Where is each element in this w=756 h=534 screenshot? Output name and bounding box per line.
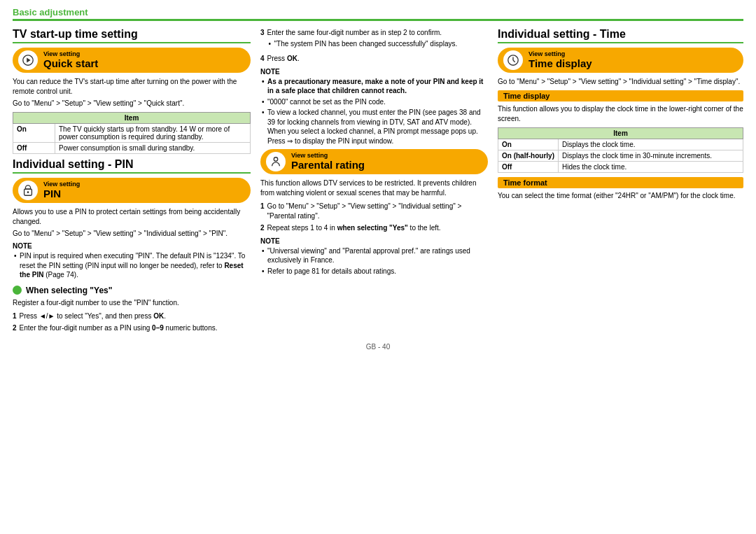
list-item: "0000" cannot be set as the PIN code.: [260, 97, 488, 107]
table-cell-off-label: Off: [498, 162, 559, 173]
table-quickstart-header: Item: [13, 113, 251, 124]
view-setting-bar-parental: View setting Parental rating: [260, 149, 488, 174]
sub-section-time-format: Time format: [498, 177, 743, 188]
svg-line-7: [513, 60, 515, 62]
green-dot-icon: [13, 286, 22, 295]
note-block-pin: NOTE PIN input is required when executin…: [13, 242, 251, 280]
view-setting-text-pin: View setting PIN: [43, 181, 80, 200]
list-item: 2 Repeat steps 1 to 4 in when selecting …: [260, 223, 488, 233]
list-item: 1 Press ◄/► to select "Yes", and then pr…: [13, 311, 251, 321]
note-list-parental: "Universal viewing" and "Parental approv…: [260, 246, 488, 276]
note-list-pin: PIN input is required when executing "PI…: [13, 251, 251, 280]
view-setting-text-quickstart: View setting Quick start: [43, 51, 98, 70]
top-bar: Basic adjustment: [13, 7, 743, 21]
table-time-display: Item On Displays the clock time. On (hal…: [498, 127, 743, 173]
table-cell-off-label: Off: [13, 143, 55, 154]
table-cell-on-label: On: [498, 139, 559, 150]
svg-marker-1: [27, 57, 30, 62]
numbered-list-parental: 1 Go to "Menu" > "Setup" > "View setting…: [260, 202, 488, 233]
list-item: 3 Enter the same four-digit number as in…: [260, 28, 488, 51]
list-item: 4 Press OK.: [260, 54, 488, 64]
time-display-icon: [503, 50, 523, 70]
table-cell-on-desc: Displays the clock time.: [559, 139, 743, 150]
quickstart-icon: [18, 50, 38, 70]
table-row: On Displays the clock time.: [498, 139, 743, 150]
svg-point-3: [27, 191, 29, 193]
view-setting-bar-pin: View setting PIN: [13, 178, 251, 203]
list-item: PIN input is required when executing "PI…: [13, 251, 251, 280]
when-selecting: When selecting "Yes": [13, 286, 251, 295]
table-row: On The TV quickly starts up from standby…: [13, 124, 251, 143]
col-mid: 3 Enter the same four-digit number as in…: [260, 28, 488, 336]
col-left: TV start-up time setting View setting Qu…: [13, 28, 251, 336]
page-number: GB - 40: [13, 343, 743, 351]
body-text-pin-register: Register a four-digit number to use the …: [13, 298, 251, 308]
body-text-time-format: You can select the time format (either "…: [498, 191, 743, 201]
sub-note-list: "The system PIN has been changed success…: [267, 39, 458, 49]
numbered-list-mid-top: 3 Enter the same four-digit number as in…: [260, 28, 488, 64]
svg-point-4: [274, 157, 277, 161]
view-setting-text-time: View setting Time display: [528, 51, 592, 70]
list-item: 1 Go to "Menu" > "Setup" > "View setting…: [260, 202, 488, 220]
col-right: Individual setting - Time View setting T…: [498, 28, 743, 336]
table-cell-half-hourly-label: On (half-hourly): [498, 150, 559, 162]
list-item: "The system PIN has been changed success…: [267, 39, 458, 49]
numbered-list-pin: 1 Press ◄/► to select "Yes", and then pr…: [13, 311, 251, 333]
parental-icon: [266, 152, 286, 171]
list-item: To view a locked channel, you must enter…: [260, 108, 488, 146]
body-text-parental: This function allows DTV services to be …: [260, 178, 488, 198]
section-title-time: Individual setting - Time: [498, 28, 743, 43]
table-cell-half-hourly-desc: Displays the clock time in 30-minute inc…: [559, 150, 743, 162]
list-item: "Universal viewing" and "Parental approv…: [260, 246, 488, 265]
pin-icon: [18, 181, 38, 200]
list-item: 2 Enter the four-digit number as a PIN u…: [13, 323, 251, 333]
note-block-parental: NOTE "Universal viewing" and "Parental a…: [260, 237, 488, 276]
body-text-goto-time: Go to "Menu" > "Setup" > "View setting" …: [498, 77, 743, 87]
table-time-display-header: Item: [498, 128, 743, 139]
view-setting-bar-time-display: View setting Time display: [498, 48, 743, 73]
note-list-pin-mid: As a precautionary measure, make a note …: [260, 77, 488, 146]
sub-section-time-display: Time display: [498, 90, 743, 101]
table-cell-on-label: On: [13, 124, 55, 143]
view-setting-bar-quickstart: View setting Quick start: [13, 48, 251, 73]
note-block-pin-mid: NOTE As a precautionary measure, make a …: [260, 68, 488, 146]
table-row: On (half-hourly) Displays the clock time…: [498, 150, 743, 162]
list-item: As a precautionary measure, make a note …: [260, 77, 488, 96]
body-text-time-display: This function allows you to display the …: [498, 104, 743, 124]
table-quickstart: Item On The TV quickly starts up from st…: [13, 112, 251, 154]
section-title-pin: Individual setting - PIN: [13, 158, 251, 174]
section-title-startup: TV start-up time setting: [13, 28, 251, 43]
body-text-pin: Allows you to use a PIN to protect certa…: [13, 207, 251, 239]
body-text-quickstart: You can reduce the TV's start-up time af…: [13, 77, 251, 108]
table-cell-off-desc: Hides the clock time.: [559, 162, 743, 173]
top-bar-title: Basic adjustment: [13, 7, 88, 17]
table-row: Off Hides the clock time.: [498, 162, 743, 173]
main-columns: TV start-up time setting View setting Qu…: [13, 28, 743, 336]
table-cell-off-desc: Power consumption is small during standb…: [55, 143, 251, 154]
page: Basic adjustment TV start-up time settin…: [0, 0, 756, 534]
view-setting-text-parental: View setting Parental rating: [291, 153, 365, 171]
list-item: Refer to page 81 for details about ratin…: [260, 267, 488, 276]
table-row: Off Power consumption is small during st…: [13, 143, 251, 154]
table-cell-on-desc: The TV quickly starts up from standby. 1…: [55, 124, 251, 143]
